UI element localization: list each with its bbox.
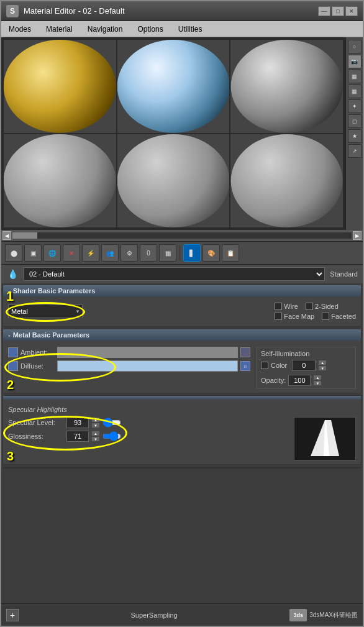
ambient-swatch-btn[interactable]: [8, 347, 18, 357]
self-illum-color-cb[interactable]: [261, 362, 268, 369]
metal-section-title: Metal Basic Parameters: [13, 331, 90, 339]
material-type-label: Standard: [330, 270, 358, 278]
toolbar-btn-active[interactable]: ▋: [183, 244, 201, 262]
menu-options[interactable]: Options: [135, 24, 165, 35]
toolbar-btn-group[interactable]: 👥: [101, 244, 119, 262]
watermark-text: 3dsMAX科研绘图: [309, 611, 358, 620]
hscroll-right[interactable]: ▶: [353, 231, 362, 240]
toolbar-btn-sample[interactable]: ▣: [24, 244, 42, 262]
preview-cell-5[interactable]: [117, 134, 230, 227]
opacity-spin-down[interactable]: ▼: [313, 380, 322, 386]
side-btn-6[interactable]: ◻: [348, 114, 362, 128]
specular-level-row: Specular Level: ▲ ▼: [8, 417, 289, 428]
annotation-3: 3: [7, 449, 14, 464]
self-illum-spin-down[interactable]: ▼: [318, 365, 327, 371]
cb-wire-label: Wire: [284, 303, 298, 310]
checkbox-row-2: Face Map Faceted: [275, 313, 356, 320]
hscroll-left[interactable]: ◀: [2, 231, 11, 240]
spec-level-up[interactable]: ▲: [91, 417, 100, 423]
preview-cell-4[interactable]: [4, 134, 116, 227]
preview-cell-2[interactable]: [117, 40, 230, 133]
expand-button[interactable]: +: [6, 609, 19, 621]
sphere-dark-1: [230, 40, 343, 133]
minimize-button[interactable]: —: [318, 6, 330, 16]
main-toolbar: ⬤ ▣ 🌐 ✕ ⚡ 👥 ⚙ 0 ▦ ▋ 🎨 📋: [1, 241, 363, 265]
glossiness-label: Glossiness:: [8, 432, 64, 440]
spec-level-down[interactable]: ▼: [91, 423, 100, 428]
app-icon: S: [6, 5, 19, 17]
name-row: 💧 02 - Default Standard: [1, 265, 363, 283]
menu-navigation[interactable]: Navigation: [85, 24, 125, 35]
shader-select-wrapper: Metal ▼: [8, 304, 83, 318]
toolbar-btn-copy[interactable]: 📋: [222, 244, 239, 262]
toolbar-btn-checker[interactable]: ▦: [159, 244, 176, 262]
glossiness-down[interactable]: ▼: [91, 436, 100, 442]
side-btn-7[interactable]: ★: [348, 129, 362, 143]
cb-facemap-box[interactable]: [275, 313, 282, 320]
metal-section-header[interactable]: - Metal Basic Parameters: [3, 329, 361, 341]
side-btn-1[interactable]: ○: [348, 40, 362, 53]
self-illum-value[interactable]: 0: [292, 360, 316, 371]
eyedropper-button[interactable]: 💧: [6, 268, 19, 280]
checkbox-row-1: Wire 2-Sided: [275, 303, 356, 310]
shader-checkbox-group: Wire 2-Sided Face Map: [275, 303, 356, 320]
spec-level-slider[interactable]: [102, 419, 121, 426]
preview-hscrollbar: ◀ ▶: [1, 230, 363, 241]
close-button[interactable]: ✕: [345, 6, 358, 16]
menu-material[interactable]: Material: [43, 24, 75, 35]
cb-wire-box[interactable]: [275, 303, 282, 310]
opacity-spin-up[interactable]: ▲: [313, 375, 322, 380]
preview-cell-1[interactable]: [4, 40, 116, 133]
cb-twosided-box[interactable]: [306, 303, 313, 310]
glossiness-input[interactable]: [66, 431, 89, 442]
maximize-button[interactable]: □: [332, 6, 344, 16]
toolbar-btn-delete[interactable]: ✕: [63, 244, 80, 262]
side-btn-5[interactable]: ✦: [348, 99, 362, 113]
toolbar-btn-assign[interactable]: ⚡: [82, 244, 99, 262]
annotation-2: 2: [7, 378, 14, 392]
hscroll-track: [12, 232, 352, 239]
window-title: Material Editor - 02 - Default: [24, 6, 313, 16]
spec-level-input[interactable]: [66, 417, 89, 428]
specular-params: Specular Highlights 3 Specular Level: ▲ …: [3, 402, 361, 464]
spec-graph: [294, 417, 356, 460]
specular-section-header[interactable]: [3, 396, 361, 400]
cb-twosided-label: 2-Sided: [315, 303, 339, 310]
specular-title: Specular Highlights: [8, 406, 356, 413]
menu-utilities[interactable]: Utilities: [176, 24, 205, 35]
material-name-select[interactable]: 02 - Default: [24, 267, 325, 281]
glossiness-row: Glossiness: ▲ ▼: [8, 431, 289, 442]
metal-params: 2 Ambient: Diffuse: B: [3, 343, 361, 393]
shader-section: - Shader Basic Parameters Metal ▼: [2, 285, 362, 327]
glossiness-up[interactable]: ▲: [91, 431, 100, 436]
shader-section-header[interactable]: - Shader Basic Parameters: [3, 285, 361, 296]
diffuse-swatch-btn[interactable]: [8, 361, 18, 371]
self-illum-spin-up[interactable]: ▲: [318, 360, 327, 365]
ambient-map-btn[interactable]: [240, 347, 250, 357]
diffuse-map-btn[interactable]: B: [240, 361, 250, 371]
menu-modes[interactable]: Modes: [6, 24, 34, 35]
side-btn-3[interactable]: ▦: [348, 70, 362, 83]
toolbar-btn-env[interactable]: 🌐: [43, 244, 61, 262]
cb-faceted-box[interactable]: [322, 313, 329, 320]
glossiness-slider[interactable]: [102, 432, 121, 440]
diffuse-swatch[interactable]: [57, 360, 238, 372]
preview-cell-3[interactable]: [230, 40, 343, 133]
diffuse-label: Diffuse:: [20, 362, 55, 370]
spec-inner: 3 Specular Level: ▲ ▼ Glossiness:: [8, 417, 356, 460]
ambient-swatch[interactable]: [57, 347, 238, 358]
toolbar-btn-options[interactable]: ⚙: [121, 244, 138, 262]
side-btn-2[interactable]: 📷: [348, 55, 362, 68]
side-btn-8[interactable]: ↗: [348, 144, 362, 158]
hscroll-thumb[interactable]: [12, 232, 37, 239]
toolbar-sep-1: [180, 245, 180, 260]
side-btn-4[interactable]: ▦: [348, 85, 362, 98]
toolbar-btn-zero[interactable]: 0: [140, 244, 157, 262]
toolbar-btn-sphere[interactable]: ⬤: [5, 244, 22, 262]
shader-type-select[interactable]: Metal: [8, 304, 83, 318]
opacity-value[interactable]: 100: [288, 375, 311, 386]
toolbar-btn-color[interactable]: 🎨: [202, 244, 220, 262]
shader-type-row: Metal ▼ Wire 2-Sided: [8, 303, 356, 320]
preview-cell-6[interactable]: [230, 134, 343, 227]
spec-left: 3 Specular Level: ▲ ▼ Glossiness:: [8, 417, 289, 460]
